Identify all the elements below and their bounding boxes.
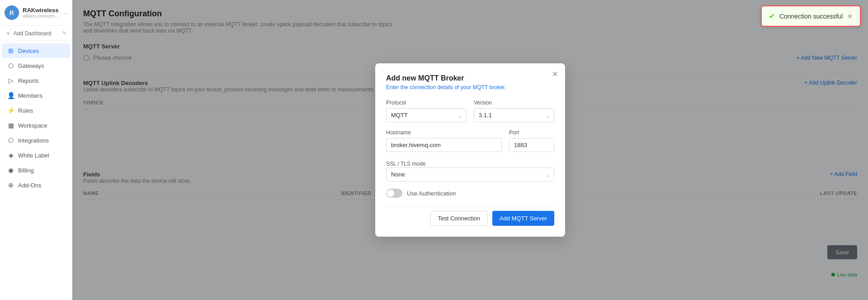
sidebar-item-members[interactable]: 👤 Members (2, 88, 70, 103)
toast-close-button[interactable]: ✕ (847, 13, 853, 19)
sidebar: R RAKwireless william.connormoor... ⌄ ＋ … (0, 0, 72, 300)
rules-icon: ⚡ (7, 107, 14, 114)
add-ons-icon: ⊕ (7, 181, 14, 189)
ssl-label: SSL / TLS mode (386, 161, 425, 167)
devices-icon: ⊞ (7, 47, 14, 54)
sidebar-item-label: White Label (18, 152, 49, 159)
sidebar-item-devices[interactable]: ⊞ Devices (2, 43, 70, 58)
avatar: R (5, 5, 19, 20)
modal-footer: Test Connection Add MQTT Server (386, 207, 554, 226)
plus-icon: ＋ (5, 29, 11, 37)
sidebar-header[interactable]: R RAKwireless william.connormoor... ⌄ (0, 0, 72, 26)
protocol-version-row: Protocol MQTT MQTTS Version 3.1.1 5.0 (386, 100, 554, 122)
sidebar-nav: ⊞ Devices ⬡ Gateways ▷ Reports 👤 Members… (0, 41, 72, 300)
billing-icon: ◉ (7, 167, 14, 174)
protocol-label: Protocol (386, 100, 467, 106)
version-select-wrapper: 3.1.1 5.0 (474, 108, 554, 122)
hostname-group: Hostname (386, 129, 502, 152)
port-group: Port (509, 129, 554, 152)
auth-toggle[interactable] (386, 189, 402, 198)
add-mqtt-server-modal-button[interactable]: Add MQTT Server (492, 211, 554, 226)
hostname-input[interactable] (386, 138, 502, 152)
sidebar-item-label: Workspace (18, 122, 47, 129)
sidebar-item-label: Integrations (18, 137, 49, 144)
toast-notification: ✔ Connection successful ✕ (761, 5, 861, 27)
sidebar-item-label: Rules (18, 107, 33, 114)
white-label-icon: ◈ (7, 152, 14, 159)
workspace-icon: ▦ (7, 122, 14, 129)
org-info: RAKwireless william.connormoor... (23, 7, 60, 19)
toast-message: Connection successful (779, 13, 843, 20)
sidebar-item-label: Billing (18, 167, 34, 174)
toast-success-icon: ✔ (769, 12, 775, 20)
add-dashboard-label: Add Dashboard (14, 30, 51, 37)
sidebar-item-billing[interactable]: ◉ Billing (2, 163, 70, 177)
org-sub: william.connormoor... (23, 14, 60, 19)
modal-title: Add new MQTT Broker (386, 74, 554, 82)
ssl-select[interactable]: None TLS (386, 167, 554, 181)
modal-overlay: ✕ Add new MQTT Broker Enter the connecti… (72, 0, 868, 300)
integrations-icon: ⬡ (7, 137, 14, 144)
members-icon: 👤 (7, 92, 14, 99)
hostname-port-row: Hostname Port (386, 129, 554, 152)
add-dashboard-button[interactable]: ＋ Add Dashboard ✎ (0, 26, 72, 41)
reports-icon: ▷ (7, 77, 14, 84)
sidebar-item-label: Add-Ons (18, 182, 41, 189)
sidebar-item-workspace[interactable]: ▦ Workspace (2, 118, 70, 133)
main-content-area: MQTT Configuration The MQTT integration … (72, 0, 868, 300)
edit-icon: ✎ (62, 30, 66, 36)
modal-subtitle: Enter the connection details of your MQT… (386, 84, 554, 90)
sidebar-item-white-label[interactable]: ◈ White Label (2, 148, 70, 162)
protocol-group: Protocol MQTT MQTTS (386, 100, 467, 122)
auth-label: Use Authentication (407, 190, 456, 197)
sidebar-item-add-ons[interactable]: ⊕ Add-Ons (2, 178, 70, 192)
ssl-row: SSL / TLS mode None TLS (386, 159, 554, 181)
port-label: Port (509, 129, 554, 136)
ssl-select-wrapper: None TLS (386, 167, 554, 181)
sidebar-item-gateways[interactable]: ⬡ Gateways (2, 58, 70, 73)
sidebar-item-reports[interactable]: ▷ Reports (2, 73, 70, 88)
org-name: RAKwireless (23, 7, 60, 14)
hostname-label: Hostname (386, 129, 502, 136)
version-group: Version 3.1.1 5.0 (474, 100, 554, 122)
sidebar-item-label: Reports (18, 77, 39, 84)
test-connection-button[interactable]: Test Connection (430, 211, 488, 226)
sidebar-item-rules[interactable]: ⚡ Rules (2, 103, 70, 118)
gateways-icon: ⬡ (7, 62, 14, 69)
sidebar-item-label: Members (18, 92, 42, 99)
port-input[interactable] (509, 138, 554, 152)
auth-toggle-row: Use Authentication (386, 189, 554, 198)
sidebar-item-label: Devices (18, 48, 39, 54)
version-select[interactable]: 3.1.1 5.0 (474, 108, 554, 122)
protocol-select-wrapper: MQTT MQTTS (386, 108, 467, 122)
protocol-select[interactable]: MQTT MQTTS (386, 108, 467, 122)
sidebar-item-label: Gateways (18, 62, 44, 69)
modal-close-button[interactable]: ✕ (552, 71, 558, 78)
sidebar-item-integrations[interactable]: ⬡ Integrations (2, 133, 70, 148)
add-mqtt-broker-modal: ✕ Add new MQTT Broker Enter the connecti… (375, 63, 565, 237)
chevron-down-icon: ⌄ (64, 10, 67, 15)
version-label: Version (474, 100, 554, 106)
